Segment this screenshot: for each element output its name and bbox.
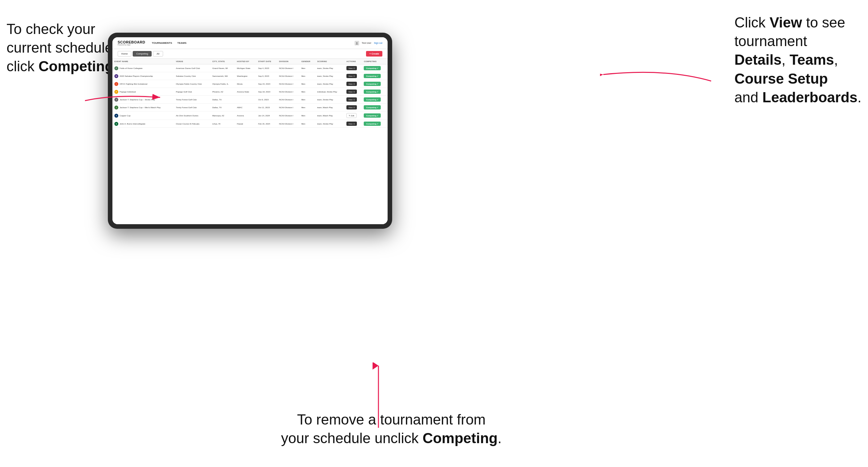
- toolbar: Home Competing All + Create: [113, 49, 388, 59]
- create-button[interactable]: + Create: [366, 51, 382, 57]
- col-scoring: SCORING: [315, 59, 344, 64]
- cell-hosted-by: Washington: [235, 72, 256, 80]
- competing-button[interactable]: Competing ✓: [364, 97, 381, 102]
- cell-scoring: team, Match Play: [315, 103, 344, 112]
- team-logo: P: [114, 90, 118, 94]
- cell-start-date: Sep 9, 2023: [256, 72, 277, 80]
- competing-button[interactable]: Competing ✓: [364, 105, 381, 110]
- cell-start-date: Sep 4, 2023: [256, 64, 277, 72]
- cell-event-name: H John A. Burns Intercollegiate: [113, 120, 174, 128]
- cell-city-state: Grand Haven, MI: [211, 64, 235, 72]
- cell-hosted-by: Arizona: [235, 112, 256, 120]
- signout-link[interactable]: Sign out: [374, 42, 382, 44]
- user-icon: [354, 41, 359, 45]
- cell-gender: Men: [299, 112, 315, 120]
- view-button[interactable]: View ⊙: [346, 82, 357, 86]
- cell-venue: Ak-Chin Southern Dunes: [174, 112, 210, 120]
- nav-teams[interactable]: TEAMS: [178, 41, 187, 44]
- view-button[interactable]: View ⊙: [346, 122, 357, 126]
- annotation-right-course-setup: Course Setup: [734, 71, 828, 87]
- cell-division: NCAA Division I: [277, 112, 299, 120]
- competing-button[interactable]: Competing ✓: [364, 82, 381, 86]
- col-start-date: START DATE: [256, 59, 277, 64]
- cell-hosted-by: Hawaii: [235, 120, 256, 128]
- scoreboard-brand: SCOREBOARD Powered by clippi: [118, 40, 145, 46]
- competing-button[interactable]: Competing ✓: [364, 90, 381, 94]
- tablet-screen: SCOREBOARD Powered by clippi TOURNAMENTS…: [113, 37, 388, 224]
- view-button[interactable]: View ⊙: [346, 66, 357, 70]
- cell-gender: Men: [299, 88, 315, 96]
- tab-competing[interactable]: Competing: [133, 51, 152, 57]
- cell-city-state: Sammamish, WA: [211, 72, 235, 80]
- annotation-right-view-bold: View: [770, 14, 802, 30]
- cell-competing: Competing ✓: [362, 64, 388, 72]
- cell-start-date: Oct 9, 2023: [256, 96, 277, 103]
- view-button[interactable]: View ⊙: [346, 74, 357, 78]
- cell-competing: Competing ✓: [362, 112, 388, 120]
- col-event-name: EVENT NAME: [113, 59, 174, 64]
- table-row: J Jackson T. Stephens Cup – Stroke Play …: [113, 96, 388, 103]
- cell-competing: Competing ✓: [362, 72, 388, 80]
- user-name: Test User: [362, 42, 372, 44]
- competing-button[interactable]: Competing ✓: [364, 74, 381, 78]
- team-logo: F: [114, 66, 118, 70]
- svg-point-1: [356, 43, 358, 44]
- cell-city-state: Phoenix, AZ: [211, 88, 235, 96]
- competing-button[interactable]: Competing ✓: [364, 66, 381, 70]
- cell-event-name: J Jackson T. Stephens Cup – Men's Match …: [113, 103, 174, 112]
- cell-scoring: individual, Stroke Play: [315, 88, 344, 96]
- annotation-right-to-see: to see: [802, 14, 845, 30]
- cell-competing: Competing ✓: [362, 80, 388, 88]
- nav-tournaments[interactable]: TOURNAMENTS: [152, 41, 172, 44]
- event-name-text: Jackson T. Stephens Cup – Stroke Play: [120, 98, 155, 101]
- user-avatar-icon: [355, 42, 358, 44]
- cell-city-state: Olympia Fields, IL: [211, 80, 235, 88]
- cell-division: NCAA Division I: [277, 88, 299, 96]
- table-row: P Papago Individual Papago Golf ClubPhoe…: [113, 88, 388, 96]
- cell-hosted-by: [235, 96, 256, 103]
- table-row: H John A. Burns Intercollegiate Ocean Co…: [113, 120, 388, 128]
- team-logo: I: [114, 82, 118, 86]
- event-name-text: OFCC Fighting Illini Invitational: [120, 83, 147, 85]
- table-row: J Jackson T. Stephens Cup – Men's Match …: [113, 103, 388, 112]
- cell-division: NCAA Division I: [277, 80, 299, 88]
- tab-all[interactable]: All: [153, 51, 163, 57]
- cell-gender: Men: [299, 96, 315, 103]
- annotation-bottom-line1: To remove a tournament from: [297, 411, 486, 428]
- cell-actions: View ⊙: [344, 72, 362, 80]
- cell-division: NCAA Division I: [277, 72, 299, 80]
- cell-start-date: Feb 15, 2024: [256, 120, 277, 128]
- cell-city-state: Lihue, HI: [211, 120, 235, 128]
- navbar-left: SCOREBOARD Powered by clippi TOURNAMENTS…: [118, 40, 187, 46]
- cell-venue: Ocean Course At Hokuala: [174, 120, 210, 128]
- cell-venue: Trinity Forest Golf Club: [174, 96, 210, 103]
- cell-event-name: W 2023 Sahalee Players Championship: [113, 72, 174, 80]
- cell-scoring: team, Stroke Play: [315, 120, 344, 128]
- view-button[interactable]: View ⊙: [346, 105, 357, 110]
- team-logo: J: [114, 98, 118, 102]
- cell-venue: Papago Golf Club: [174, 88, 210, 96]
- annotation-left-line3: click Competing.: [6, 58, 118, 74]
- tab-home[interactable]: Home: [118, 51, 131, 57]
- cell-competing: Competing ✓: [362, 120, 388, 128]
- cell-division: NCAA Division I: [277, 96, 299, 103]
- cell-scoring: team, Match Play: [315, 112, 344, 120]
- view-button[interactable]: View ⊙: [346, 90, 357, 94]
- arrow-view: [600, 55, 714, 94]
- navbar-right: Test User Sign out: [354, 41, 382, 45]
- annotation-bottom-bold: Competing: [423, 430, 498, 446]
- competing-button[interactable]: Competing ✓: [364, 114, 381, 118]
- team-logo: A: [114, 114, 118, 118]
- cell-start-date: Sep 15, 2023: [256, 80, 277, 88]
- view-button[interactable]: View ⊙: [346, 97, 357, 102]
- annotation-left-bold: Competing: [38, 58, 114, 74]
- cell-start-date: Oct 11, 2023: [256, 103, 277, 112]
- cell-actions: View ⊙: [344, 120, 362, 128]
- cell-venue: Trinity Forest Golf Club: [174, 103, 210, 112]
- competing-button[interactable]: Competing ✓: [364, 122, 381, 126]
- cell-actions: View ⊙: [344, 64, 362, 72]
- col-hosted-by: HOSTED BY: [235, 59, 256, 64]
- edit-button[interactable]: ✎ Edit: [346, 113, 356, 118]
- annotation-right-click: Click: [734, 14, 770, 30]
- cell-actions: ✎ Edit: [344, 112, 362, 120]
